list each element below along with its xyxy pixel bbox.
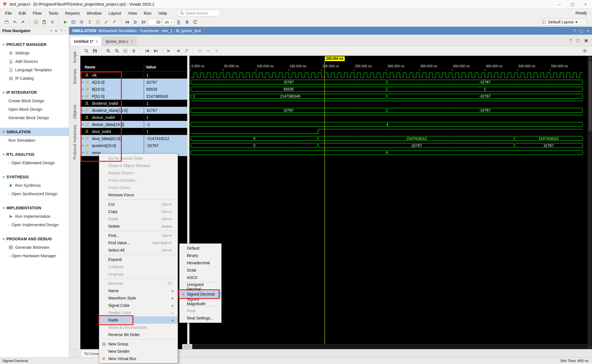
add-marker-button[interactable] [182,47,190,55]
collapse-icon[interactable]: – [65,29,67,33]
edit-button[interactable] [102,18,110,26]
menu-tools[interactable]: Tools [45,9,62,17]
relaunch-button[interactable] [191,18,199,26]
menu-item-name[interactable]: Name▸ [99,287,178,294]
menu-item-signal-color[interactable]: Signal Color▸ [99,302,178,309]
radix-option-real-settings[interactable]: Real Settings... [180,314,221,322]
flow-item-open-hardware-manager[interactable]: ›Open Hardware Manager [0,252,69,260]
menu-item-force-clock[interactable]: Force Clock... [99,184,178,191]
menu-view[interactable]: View [125,9,140,17]
dashboard-button[interactable] [70,18,77,26]
zoom-out-button[interactable] [113,47,121,55]
radix-option-octal[interactable]: Octal [180,267,221,274]
zoom-fit-button[interactable] [122,47,129,55]
close-icon[interactable]: × [587,29,589,33]
menu-item-report-drivers[interactable]: Report Drivers [99,169,178,177]
column-divider[interactable] [144,63,144,72]
flow-item-open-elaborated-design[interactable]: ›Open Elaborated Design [0,159,69,167]
menu-item-find[interactable]: Find...Ctrl+F [99,232,178,239]
flow-item-open-implemented-design[interactable]: ›Open Implemented Design [0,221,69,229]
floating-ruler-button[interactable] [213,47,220,55]
flow-item-run-simulation[interactable]: Run Simulation [0,136,69,145]
horizontal-scrollbar[interactable] [189,344,588,349]
flow-section-simulation[interactable]: ▾SIMULATION [0,128,69,136]
wave-settings-button[interactable] [581,47,589,55]
step-button[interactable] [175,18,183,26]
flow-item-open-synthesized-design[interactable]: ›Open Synthesized Design [0,190,69,198]
menu-item-reverse-bit-order[interactable]: Reverse Bit Order [99,331,178,338]
side-tab-protocol-instances[interactable]: Protocol Instances [72,122,77,162]
menu-run[interactable]: Run [140,9,155,17]
find-button[interactable] [83,47,90,55]
menu-item-new-virtual-bus[interactable]: New Virtual Bus [99,355,178,362]
menu-item-delete[interactable]: DeleteDelete [99,223,178,230]
tab-ipcore-test-v[interactable]: ipcore_test.v× [102,36,136,46]
close-icon[interactable]: × [96,39,98,43]
close-icon[interactable]: × [579,0,592,8]
help-icon[interactable]: ? [60,29,62,33]
flow-item-run-implementation[interactable]: Run Implementation [0,212,69,221]
radix-option-real[interactable]: Real [180,307,221,314]
layout-select[interactable]: Default Layout▾ [539,19,587,26]
float-icon[interactable]: ▢ [580,29,583,33]
flow-section-program-and-debug[interactable]: ▾PROGRAM AND DEBUG [0,235,69,243]
flow-section-implementation[interactable]: ▾IMPLEMENTATION [0,204,69,212]
side-tab-objects[interactable]: Objects [72,102,77,122]
side-tab-sources[interactable]: Sources [72,66,77,87]
menu-item-force-constant[interactable]: Force Constant... [99,177,178,184]
radix-option-binary[interactable]: Binary [180,252,221,259]
side-tab-scope[interactable]: Scope [72,48,77,66]
snap-to-transition-button[interactable] [204,47,212,55]
layout-grid-button[interactable] [94,18,102,26]
vertical-scroll-thumb[interactable] [589,61,592,131]
float-icon[interactable]: ▢ [576,38,580,43]
minimize-icon[interactable]: – [553,0,566,8]
menu-flow[interactable]: Flow [29,9,45,17]
run-for-time-button[interactable] [140,18,147,26]
radix-option-ascii[interactable]: ASCII [180,274,221,281]
previous-transition-button[interactable] [165,47,173,55]
menu-window[interactable]: Window [83,9,105,17]
maximize-icon[interactable]: ▣ [584,38,588,43]
menu-item-paste[interactable]: PasteCtrl+V [99,215,178,223]
waveform-canvas[interactable]: 205.004 ns 0.000 ns50.000 ns100.000 ns15… [189,56,588,349]
run-all-button[interactable] [132,18,139,26]
flow-section-rtl-analysis[interactable]: ▾RTL ANALYSIS [0,150,69,159]
flow-item-generate-block-design[interactable]: Generate Block Design [0,114,69,122]
sim-time-input[interactable] [148,19,162,25]
report-sum-button[interactable]: Σ [86,18,94,26]
menu-item-waveform-style[interactable]: Waveform Style▸ [99,294,178,302]
menu-item-collapse[interactable]: Collapse [99,263,178,270]
radix-option-default[interactable]: Default [180,245,221,252]
go-to-start-button[interactable] [143,47,151,55]
settings-button[interactable] [78,18,85,26]
menu-item-select-all[interactable]: Select AllCtrl+A [99,247,178,254]
flow-item-generate-bitstream[interactable]: Generate Bitstream [0,243,69,252]
swap-icon[interactable]: ⇆ [55,29,58,33]
menu-item-find-value[interactable]: Find Value...Ctrl+Shift+F [99,239,178,247]
flow-section-synthesis[interactable]: ▾SYNTHESIS [0,173,69,181]
menu-file[interactable]: File [2,9,15,17]
flow-item-create-block-design[interactable]: Create Block Design [0,97,69,105]
flow-item-settings[interactable]: Settings [0,49,69,57]
go-to-end-button[interactable] [152,47,160,55]
scroll-down-icon[interactable]: ▼ [588,345,592,349]
restart-simulation-button[interactable] [123,18,131,26]
redo-button[interactable] [19,18,27,26]
menu-item-rename[interactable]: RenameF2 [99,280,178,287]
swap-cursors-button[interactable] [196,47,204,55]
open-recent-button[interactable] [3,18,10,26]
scroll-up-icon[interactable]: ▲ [588,56,592,60]
menu-item-cut[interactable]: CutCtrl+X [99,201,178,208]
run-button[interactable] [61,18,69,26]
menu-reports[interactable]: Reports [62,9,83,17]
menu-item-new-divider[interactable]: New Divider [99,348,178,355]
tab-untitled-1-[interactable]: Untitled 1*× [70,36,101,46]
expand-right-icon[interactable]: › [182,344,187,349]
menu-item-show-in-object-window[interactable]: Show in Object Window [99,162,178,169]
menu-edit[interactable]: Edit [15,9,29,17]
maximize-icon[interactable]: ▢ [566,0,579,8]
menu-item-remove-force[interactable]: Remove Force [99,191,178,199]
menu-item-new-group[interactable]: New Group [99,340,178,348]
zoom-in-button[interactable] [105,47,112,55]
